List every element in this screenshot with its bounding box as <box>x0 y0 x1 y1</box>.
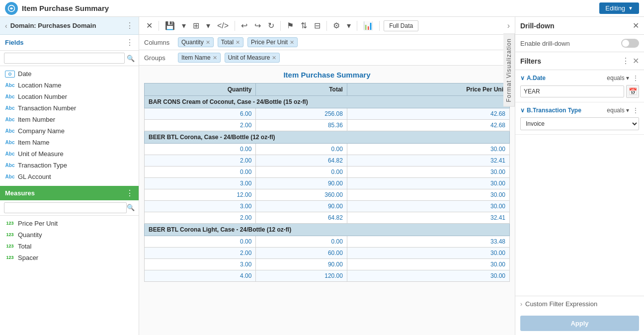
measure-item-spacer[interactable]: 123 Spacer <box>0 252 139 263</box>
col-header-quantity: Quantity <box>145 84 256 96</box>
table-area: Item Purchase Summary Quantity Total Pri… <box>139 66 515 335</box>
toolbar-export-button[interactable]: ⊞ <box>191 20 201 31</box>
column-tag-price-per-unit: Price Per Unit ✕ <box>247 37 298 47</box>
measure-item-price-per-unit[interactable]: 123 Price Per Unit <box>0 218 139 229</box>
table-body: BAR CONS Cream of Coconut, Case - 24/Bot… <box>145 96 510 282</box>
measure-label-spacer: Spacer <box>18 254 38 261</box>
fields-search-icon[interactable]: 🔍 <box>127 55 135 62</box>
toolbar-save-dropdown-button[interactable]: ▾ <box>180 20 188 31</box>
col-header-price-per-unit: Price Per Unit <box>347 84 509 96</box>
custom-filter-label: Custom Filter Expression <box>525 300 597 308</box>
fields-search-input[interactable] <box>4 53 125 64</box>
filter-a-date-more-button[interactable]: ⋮ <box>632 74 639 82</box>
toolbar-divider-6 <box>379 21 380 31</box>
column-tag-total-close[interactable]: ✕ <box>236 39 240 46</box>
abc-icon-unit-of-measure: Abc <box>5 151 15 158</box>
field-item-gl-account[interactable]: Abc GL Account <box>0 171 139 182</box>
filter-a-date-calendar-button[interactable]: 📅 <box>626 85 639 98</box>
field-label-location-number: Location Number <box>18 93 67 100</box>
group-tag-unit-of-measure-close[interactable]: ✕ <box>272 55 276 61</box>
measures-more-button[interactable]: ⋮ <box>126 188 134 198</box>
table-header-row: Quantity Total Price Per Unit <box>145 84 510 96</box>
field-item-location-number[interactable]: Abc Location Number <box>0 91 139 102</box>
field-item-date[interactable]: ⊙ Date <box>0 68 139 80</box>
filter-a-date-input[interactable] <box>520 85 624 97</box>
format-visualization-tab[interactable]: Format Visualization <box>503 34 515 107</box>
toolbar-save-button[interactable]: 💾 <box>163 20 177 31</box>
table-row: 0.000.0030.00 <box>145 144 510 155</box>
abc-icon-item-number: Abc <box>5 116 15 123</box>
field-item-transaction-number[interactable]: Abc Transaction Number <box>0 102 139 114</box>
toolbar-bookmark-button[interactable]: ⚑ <box>285 20 296 31</box>
toolbar-settings-button[interactable]: ⚙ <box>331 20 342 31</box>
num-icon-spacer: 123 <box>5 254 15 261</box>
filters-actions: ⋮ ✕ <box>622 56 639 66</box>
field-label-item-name: Item Name <box>18 139 50 146</box>
column-tag-quantity-close[interactable]: ✕ <box>206 39 210 46</box>
table-row: 3.0090.0030.00 <box>145 178 510 189</box>
table-row: 3.0090.0030.00 <box>145 259 510 270</box>
filters-close-button[interactable]: ✕ <box>633 56 639 66</box>
drilldown-close-button[interactable]: ✕ <box>633 21 639 30</box>
toolbar-code-button[interactable]: </> <box>215 20 231 31</box>
toolbar-settings-dropdown-button[interactable]: ▾ <box>345 20 353 31</box>
field-item-company-name[interactable]: Abc Company Name <box>0 125 139 137</box>
toolbar-close-button[interactable]: ✕ <box>144 20 155 31</box>
drilldown-title: Drill-down <box>520 22 554 30</box>
toolbar-chart-button[interactable]: 📊 <box>361 20 375 31</box>
measure-item-total[interactable]: 123 Total <box>0 241 139 252</box>
main-layout: ‹ Domain: Purchases Domain ⋮ Fields ⋮ 🔍 … <box>0 17 644 335</box>
column-tag-price-per-unit-close[interactable]: ✕ <box>290 39 294 46</box>
filters-title: Filters <box>520 57 541 65</box>
groups-row: Groups Item Name ✕ Unit of Measure ✕ <box>139 50 515 66</box>
table-row: 0.000.0030.00 <box>145 167 510 178</box>
filter-b-transaction-select[interactable]: Invoice Purchase Order Receipt <box>520 117 639 130</box>
data-table: Quantity Total Price Per Unit BAR CONS C… <box>144 83 510 282</box>
apply-button[interactable]: Apply <box>520 316 639 331</box>
toolbar-expand-right-button[interactable]: › <box>507 21 510 30</box>
field-item-item-number[interactable]: Abc Item Number <box>0 114 139 125</box>
toolbar: ✕ 💾 ▾ ⊞ ▾ </> ↩ ↪ ↻ ⚑ ⇅ ⊟ ⚙ ▾ 📊 <box>139 17 515 35</box>
filter-b-transaction-more-button[interactable]: ⋮ <box>632 106 639 114</box>
field-item-unit-of-measure[interactable]: Abc Unit of Measure <box>0 148 139 160</box>
toolbar-divider-1 <box>159 21 159 31</box>
filter-a-date-chevron-icon: ∨ <box>520 75 525 82</box>
filter-a-date-input-row: 📅 <box>520 85 639 98</box>
app-title: Item Purchase Summary <box>22 4 599 12</box>
domain-back-button[interactable]: ‹ <box>5 22 7 30</box>
editing-button[interactable]: Editing ▼ <box>599 2 639 14</box>
field-item-item-name[interactable]: Abc Item Name <box>0 137 139 148</box>
field-label-item-number: Item Number <box>18 116 55 123</box>
domain-header: ‹ Domain: Purchases Domain ⋮ <box>0 17 139 35</box>
filter-a-date-operator[interactable]: equals ▾ <box>607 75 629 82</box>
group-tag-item-name-close[interactable]: ✕ <box>213 55 217 61</box>
fields-list: ⊙ Date Abc Location Name Abc Location Nu… <box>0 66 139 186</box>
table-group-row: BAR CONS Cream of Coconut, Case - 24/Bot… <box>145 96 510 108</box>
table-row: 2.0064.8232.41 <box>145 155 510 167</box>
field-item-transaction-type[interactable]: Abc Transaction Type <box>0 160 139 171</box>
drilldown-toggle[interactable] <box>621 39 639 48</box>
toolbar-export-dropdown-button[interactable]: ▾ <box>204 20 212 31</box>
toolbar-sort-button[interactable]: ⇅ <box>299 20 309 31</box>
table-row: 0.000.0033.48 <box>145 236 510 248</box>
measure-item-quantity[interactable]: 123 Quantity <box>0 229 139 241</box>
domain-title: Domain: Purchases Domain <box>10 22 96 29</box>
measure-label-price-per-unit: Price Per Unit <box>18 220 58 227</box>
measures-search-icon[interactable]: 🔍 <box>127 204 135 211</box>
toolbar-undo-button[interactable]: ↩ <box>239 20 249 31</box>
field-label-unit-of-measure: Unit of Measure <box>18 150 64 158</box>
toolbar-grid-button[interactable]: ⊟ <box>312 20 322 31</box>
filter-a-date-controls: equals ▾ ⋮ <box>607 74 639 82</box>
toolbar-refresh-button[interactable]: ↻ <box>266 20 276 31</box>
toolbar-redo-button[interactable]: ↪ <box>252 20 263 31</box>
table-row: 2.0064.8232.41 <box>145 212 510 224</box>
filter-b-transaction-operator[interactable]: equals ▾ <box>607 107 629 114</box>
full-data-button[interactable]: Full Data <box>384 20 418 31</box>
custom-filter-row[interactable]: › Custom Filter Expression <box>515 296 644 312</box>
fields-more-button[interactable]: ⋮ <box>126 38 134 47</box>
filters-more-button[interactable]: ⋮ <box>622 56 630 66</box>
measures-search-input[interactable] <box>4 202 127 213</box>
domain-more-button[interactable]: ⋮ <box>126 21 134 30</box>
field-item-location-name[interactable]: Abc Location Name <box>0 80 139 91</box>
content-and-right: ✕ 💾 ▾ ⊞ ▾ </> ↩ ↪ ↻ ⚑ ⇅ ⊟ ⚙ ▾ 📊 <box>139 17 644 335</box>
